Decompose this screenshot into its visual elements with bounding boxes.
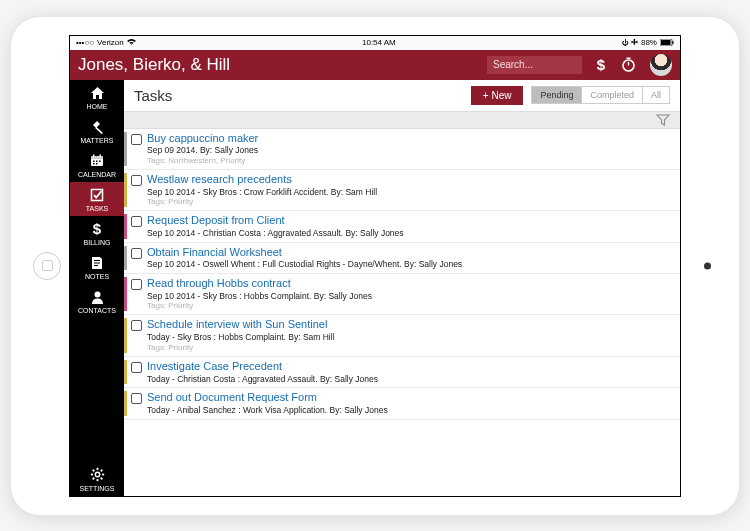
filter-pending[interactable]: Pending bbox=[532, 87, 582, 103]
task-row[interactable]: Buy cappuccino makerSep 09 2014. By: Sal… bbox=[124, 129, 680, 170]
svg-rect-18 bbox=[94, 265, 98, 266]
task-checkbox[interactable] bbox=[131, 175, 142, 186]
task-checkbox[interactable] bbox=[131, 320, 142, 331]
svg-rect-4 bbox=[627, 58, 631, 60]
task-checkbox[interactable] bbox=[131, 248, 142, 259]
svg-line-26 bbox=[100, 478, 102, 480]
battery-icon bbox=[660, 39, 674, 46]
calendar-icon bbox=[90, 153, 104, 169]
timer-icon[interactable] bbox=[620, 56, 642, 73]
check-square-icon bbox=[90, 187, 104, 203]
sidebar-item-home[interactable]: HOME bbox=[70, 80, 124, 114]
task-row[interactable]: Request Deposit from ClientSep 10 2014 -… bbox=[124, 211, 680, 242]
filter-bar bbox=[124, 111, 680, 129]
priority-stripe bbox=[124, 246, 127, 270]
task-meta: Sep 10 2014 - Sky Bros : Hobbs Complaint… bbox=[147, 291, 674, 302]
main-panel: Tasks + New Pending Completed All Buy ca… bbox=[124, 80, 680, 496]
task-title[interactable]: Request Deposit from Client bbox=[147, 214, 674, 228]
task-title[interactable]: Read through Hobbs contract bbox=[147, 277, 674, 291]
task-body: Buy cappuccino makerSep 09 2014. By: Sal… bbox=[142, 132, 674, 166]
task-tags: Tags: Priority bbox=[147, 301, 674, 311]
task-checkbox[interactable] bbox=[131, 393, 142, 404]
svg-rect-14 bbox=[96, 163, 98, 165]
avatar[interactable] bbox=[650, 54, 672, 76]
clock-label: 10:54 AM bbox=[362, 38, 396, 47]
svg-rect-12 bbox=[99, 161, 101, 163]
task-body: Read through Hobbs contractSep 10 2014 -… bbox=[142, 277, 674, 311]
task-meta: Sep 10 2014 - Oswell Whent : Full Custod… bbox=[147, 259, 674, 270]
sidebar-item-calendar[interactable]: CALENDAR bbox=[70, 148, 124, 182]
svg-rect-8 bbox=[93, 155, 95, 158]
task-body: Investigate Case PrecedentToday - Christ… bbox=[142, 360, 674, 384]
svg-point-20 bbox=[95, 472, 99, 476]
task-title[interactable]: Send out Document Request Form bbox=[147, 391, 674, 405]
task-title[interactable]: Schedule interview with Sun Sentinel bbox=[147, 318, 674, 332]
svg-line-28 bbox=[92, 478, 94, 480]
task-tags: Tags: Northwestern, Priority bbox=[147, 156, 674, 166]
sidebar-item-tasks[interactable]: TASKS bbox=[70, 182, 124, 216]
sidebar-item-label: NOTES bbox=[85, 273, 109, 280]
task-title[interactable]: Investigate Case Precedent bbox=[147, 360, 674, 374]
new-task-button[interactable]: + New bbox=[471, 86, 524, 105]
task-meta: Sep 10 2014 - Sky Bros : Crow Forklift A… bbox=[147, 187, 674, 198]
task-meta: Today - Christian Costa : Aggravated Ass… bbox=[147, 374, 674, 385]
search-input[interactable] bbox=[487, 56, 582, 74]
task-body: Westlaw research precedentsSep 10 2014 -… bbox=[142, 173, 674, 207]
svg-line-25 bbox=[92, 470, 94, 472]
sidebar-item-contacts[interactable]: CONTACTS bbox=[70, 284, 124, 318]
filter-all[interactable]: All bbox=[643, 87, 669, 103]
svg-point-19 bbox=[94, 291, 100, 297]
priority-stripe bbox=[124, 173, 127, 207]
task-row[interactable]: Obtain Financial WorksheetSep 10 2014 - … bbox=[124, 243, 680, 274]
status-bar: •••○○ Verizon 10:54 AM ⏻ ✱ 88% bbox=[70, 36, 680, 50]
task-meta: Sep 09 2014. By: Sally Jones bbox=[147, 145, 674, 156]
task-body: Schedule interview with Sun SentinelToda… bbox=[142, 318, 674, 352]
task-title[interactable]: Obtain Financial Worksheet bbox=[147, 246, 674, 260]
signal-dots-icon: •••○○ bbox=[76, 38, 94, 47]
sidebar-item-label: SETTINGS bbox=[79, 485, 114, 492]
svg-rect-1 bbox=[661, 40, 671, 45]
task-checkbox[interactable] bbox=[131, 362, 142, 373]
dollar-icon: $ bbox=[93, 221, 101, 237]
device-home-button[interactable] bbox=[33, 252, 61, 280]
task-list[interactable]: Buy cappuccino makerSep 09 2014. By: Sal… bbox=[124, 129, 680, 496]
sidebar-item-matters[interactable]: MATTERS bbox=[70, 114, 124, 148]
task-row[interactable]: Read through Hobbs contractSep 10 2014 -… bbox=[124, 274, 680, 315]
gavel-icon bbox=[90, 119, 105, 135]
filter-completed[interactable]: Completed bbox=[582, 87, 643, 103]
device-camera bbox=[704, 262, 711, 269]
svg-line-27 bbox=[100, 470, 102, 472]
task-title[interactable]: Westlaw research precedents bbox=[147, 173, 674, 187]
task-row[interactable]: Investigate Case PrecedentToday - Christ… bbox=[124, 357, 680, 388]
svg-rect-10 bbox=[93, 161, 95, 163]
priority-stripe bbox=[124, 360, 127, 384]
task-body: Obtain Financial WorksheetSep 10 2014 - … bbox=[142, 246, 674, 270]
priority-stripe bbox=[124, 391, 127, 415]
priority-stripe bbox=[124, 318, 127, 352]
sidebar: HOME MATTERS CALENDAR bbox=[70, 80, 124, 496]
battery-percent: 88% bbox=[641, 38, 657, 47]
sidebar-item-label: TASKS bbox=[86, 205, 108, 212]
sidebar-item-billing[interactable]: $ BILLING bbox=[70, 216, 124, 250]
task-checkbox[interactable] bbox=[131, 134, 142, 145]
task-tags: Tags: Priority bbox=[147, 197, 674, 207]
task-checkbox[interactable] bbox=[131, 216, 142, 227]
ipad-frame: •••○○ Verizon 10:54 AM ⏻ ✱ 88% Jones, Bi… bbox=[10, 16, 740, 516]
screen: •••○○ Verizon 10:54 AM ⏻ ✱ 88% Jones, Bi… bbox=[69, 35, 681, 497]
svg-rect-17 bbox=[94, 262, 100, 263]
task-title[interactable]: Buy cappuccino maker bbox=[147, 132, 674, 146]
sidebar-item-settings[interactable]: SETTINGS bbox=[70, 462, 124, 496]
app-header: Jones, Bierko, & Hill $ bbox=[70, 50, 680, 80]
task-row[interactable]: Schedule interview with Sun SentinelToda… bbox=[124, 315, 680, 356]
billing-shortcut-icon[interactable]: $ bbox=[590, 56, 612, 73]
task-checkbox[interactable] bbox=[131, 279, 142, 290]
priority-stripe bbox=[124, 132, 127, 166]
priority-stripe bbox=[124, 214, 127, 238]
svg-rect-9 bbox=[100, 155, 102, 158]
sidebar-item-notes[interactable]: NOTES bbox=[70, 250, 124, 284]
task-row[interactable]: Westlaw research precedentsSep 10 2014 -… bbox=[124, 170, 680, 211]
wifi-icon bbox=[127, 39, 136, 46]
page-title: Tasks bbox=[134, 87, 463, 104]
task-row[interactable]: Send out Document Request FormToday - An… bbox=[124, 388, 680, 419]
funnel-icon[interactable] bbox=[656, 114, 670, 126]
